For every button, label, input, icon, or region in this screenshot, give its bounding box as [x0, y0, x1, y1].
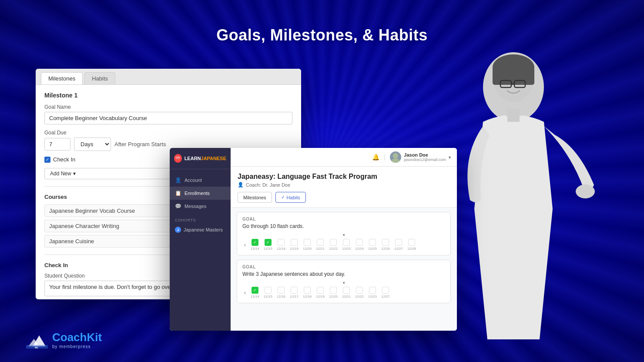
cal2-empty-3	[291, 287, 298, 294]
user-name: Jason Doe	[404, 152, 446, 158]
enrollments-icon: 📋	[175, 190, 181, 196]
cal-day-1227: 12/27	[392, 239, 405, 251]
cal-empty-2	[291, 239, 298, 246]
sidebar-item-enrollments[interactable]: 📋 Enrollments	[170, 187, 231, 200]
cal-day-1219: 12/19	[288, 239, 300, 251]
cal2-day-1220: 12/20	[327, 287, 339, 298]
cohorts-section-heading: Cohorts	[170, 215, 231, 224]
logo-kit: Kit	[87, 331, 102, 344]
portal-header: 🔔 | Jason Doe jasondoe12@email.com ▾	[231, 148, 457, 167]
cal2-day-1227: 12/27	[379, 287, 392, 298]
cal-day-1225: 12/25	[366, 239, 379, 251]
add-new-label: Add New	[50, 171, 71, 177]
program-header: Japaneasy: Language Fast Track Program 👤…	[231, 167, 457, 208]
cal-day-1223: 12/23	[340, 239, 352, 251]
tab-milestones[interactable]: Milestones	[41, 72, 83, 84]
milestone-heading: Milestone 1	[44, 92, 292, 99]
svg-point-13	[393, 153, 398, 158]
cal2-empty-9	[369, 287, 376, 294]
cal-day-1215: ✓ 12/15	[262, 239, 274, 251]
goal-label-1: Goal	[242, 217, 445, 221]
cal2-day-1215: 12/15	[262, 287, 274, 298]
goal-due-label: Goal Due	[44, 130, 292, 136]
cal-day-1226: 12/26	[379, 239, 392, 251]
milestones-button[interactable]: Milestones	[238, 192, 272, 203]
cal-empty-8	[369, 239, 376, 246]
cal-empty-9	[382, 239, 389, 246]
cal-day-1220: 12/20	[301, 239, 313, 251]
cal2-empty-10	[382, 287, 389, 294]
cohort-dot: J	[175, 227, 181, 233]
user-profile[interactable]: Jason Doe jasondoe12@email.com ▾	[390, 151, 451, 163]
cal2-empty-1	[265, 287, 272, 294]
coachkit-logo: m CoachKit by memberpress	[26, 331, 102, 349]
logo-main-text: CoachKit	[52, 331, 102, 344]
sidebar-cohort-japanese-masters[interactable]: J Japanese Masters	[170, 224, 231, 235]
portal-logo: 🎌 LEARNJAPANESE	[170, 148, 231, 169]
cal2-day-1217: 12/17	[288, 287, 300, 298]
tab-habits[interactable]: Habits	[84, 72, 115, 84]
habits-content: Goal Go through 10 flash cards. ▾ ‹ ✓ 12…	[231, 208, 457, 331]
header-divider: |	[384, 153, 386, 161]
account-icon: 👤	[175, 177, 181, 183]
coach-icon: 👤	[238, 182, 244, 188]
user-avatar	[390, 151, 401, 163]
cal-prev-2[interactable]: ‹	[242, 289, 248, 297]
sidebar-item-messages[interactable]: 💬 Messages	[170, 200, 231, 213]
cal-check-1: ✓	[252, 239, 258, 246]
habits-check-icon: ✓	[281, 194, 285, 200]
cal-day-1228: 12/28	[406, 239, 418, 251]
cal-day-1218: 12/18	[275, 239, 287, 251]
cal-empty-4	[317, 239, 324, 246]
check-in-checkbox[interactable]: ✓	[44, 157, 50, 163]
cal-empty-3	[304, 239, 311, 246]
cal-empty-7	[356, 239, 363, 246]
cal2-day-1221: 12/21	[340, 287, 352, 298]
sidebar-item-account[interactable]: 👤 Account	[170, 174, 231, 187]
account-label: Account	[184, 178, 202, 183]
coach-label: Coach: Dr. Jane Doe	[246, 182, 290, 188]
program-title: Japaneasy: Language Fast Track Program	[238, 173, 450, 181]
logo-text: CoachKit by memberpress	[52, 331, 102, 349]
portal-main-content: 🔔 | Jason Doe jasondoe12@email.com ▾ Jap…	[231, 148, 457, 331]
user-email: jasondoe12@email.com	[404, 158, 446, 162]
logo-coach: Coach	[52, 331, 87, 344]
cal-empty-11	[408, 239, 415, 246]
user-menu-chevron[interactable]: ▾	[449, 155, 451, 160]
cal2-day-1218: 12/18	[301, 287, 313, 298]
enrollments-label: Enrollments	[184, 191, 210, 196]
habit-goal-card-2: Goal Write 3 Japanese sentences about yo…	[237, 260, 451, 303]
goal-name-input[interactable]	[44, 112, 292, 124]
portal-logo-icon: 🎌	[174, 154, 182, 163]
coach-info: 👤 Coach: Dr. Jane Doe	[238, 182, 450, 188]
habits-button[interactable]: ✓ Habits	[275, 192, 306, 203]
notification-icon[interactable]: 🔔	[372, 154, 379, 161]
svg-rect-7	[493, 67, 534, 85]
cal2-empty-6	[330, 287, 337, 294]
cal2-check-1: ✓	[252, 287, 258, 294]
cal2-day-1214: ✓ 12/14	[249, 287, 261, 298]
check-in-label: Check In	[53, 156, 75, 163]
program-action-buttons: Milestones ✓ Habits	[238, 192, 450, 203]
portal-sidebar: 🎌 LEARNJAPANESE 👤 Account 📋 Enrollments …	[170, 148, 231, 331]
habits-label: Habits	[287, 195, 300, 200]
goal-name-label: Goal Name	[44, 104, 292, 110]
messages-icon: 💬	[175, 203, 181, 209]
goal-due-unit-select[interactable]: Days Weeks Months	[74, 137, 111, 151]
cal-check-2: ✓	[265, 239, 272, 246]
user-details: Jason Doe jasondoe12@email.com	[404, 152, 446, 162]
cal-prev-1[interactable]: ‹	[242, 241, 248, 249]
messages-label: Messages	[184, 204, 206, 209]
logo-sub-text: by memberpress	[52, 344, 102, 349]
cohort-label: Japanese Masters	[184, 227, 223, 232]
cal2-empty-5	[317, 287, 324, 294]
cal2-empty-4	[304, 287, 311, 294]
cal-dates-1: ✓ 12/14 ✓ 12/15 12/18	[249, 239, 445, 251]
portal-logo-text: LEARNJAPANESE	[184, 156, 226, 161]
cal2-empty-8	[356, 287, 363, 294]
svg-point-12	[576, 184, 595, 198]
after-program-text: After Program Starts	[114, 141, 166, 147]
goal-due-number-input[interactable]	[44, 138, 70, 151]
cal2-day-1223: 12/23	[366, 287, 379, 298]
logo-mountain-icon: m	[26, 331, 48, 349]
